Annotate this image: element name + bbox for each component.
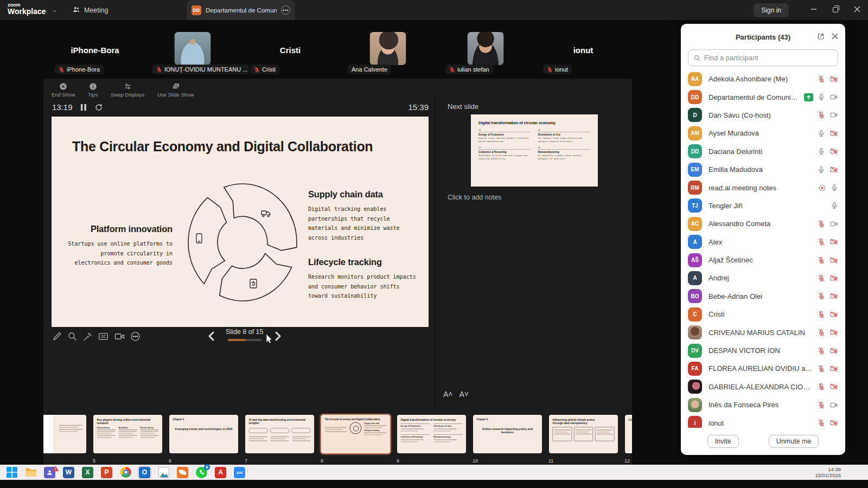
- toolbar-end-show-button[interactable]: End Show: [52, 82, 75, 98]
- mic-off-icon[interactable]: [818, 111, 825, 119]
- close-button[interactable]: [846, 6, 868, 14]
- taskbar-zimbra-icon[interactable]: [175, 466, 190, 479]
- video-tile[interactable]: Ana Calvente: [339, 22, 437, 78]
- cam-off-icon[interactable]: [829, 365, 838, 373]
- cam-on-icon[interactable]: [829, 401, 838, 409]
- mic-off-icon[interactable]: [818, 383, 825, 390]
- participant-search[interactable]: [688, 49, 838, 66]
- more-tools-icon[interactable]: [130, 331, 141, 342]
- cam-on-icon[interactable]: [829, 111, 838, 119]
- popout-icon[interactable]: [817, 33, 825, 40]
- participant-row[interactable]: RMread.ai meeting notes: [681, 178, 845, 196]
- taskbar-outlook-icon[interactable]: O: [137, 466, 152, 479]
- magnifier-tool-icon[interactable]: [67, 331, 78, 342]
- participant-row[interactable]: GABRIELA-ALEXANDRA CIOBANU: [681, 378, 845, 396]
- mic-on-icon[interactable]: [818, 130, 825, 137]
- slide-thumbnail[interactable]: Influencing global climate policy throug…: [549, 415, 618, 453]
- slide-thumbnail[interactable]: Chapter 2Emerging trends and technologie…: [169, 415, 238, 453]
- toolbar-slideshow-button[interactable]: Use Slide Show: [157, 82, 194, 98]
- tab-more-icon[interactable]: •••: [281, 5, 290, 15]
- slide-thumbnail[interactable]: Corporate12: [625, 415, 632, 453]
- video-tile[interactable]: IONUȚ-OVIDIU MUNTEANU ...: [144, 22, 241, 78]
- sign-in-button[interactable]: Sign in: [754, 3, 789, 17]
- mic-on-icon[interactable]: [818, 147, 825, 155]
- taskbar-file-explorer-icon[interactable]: [23, 466, 38, 479]
- taskbar-whatsapp-icon[interactable]: 6: [194, 466, 209, 479]
- mic-off-icon[interactable]: [818, 419, 825, 427]
- mic-on-icon[interactable]: [831, 184, 838, 191]
- slide-thumbnail[interactable]: The Circular Economy and Digital Collabo…: [321, 415, 390, 453]
- laser-pointer-icon[interactable]: [82, 331, 93, 342]
- taskbar-acrobat-icon[interactable]: A: [213, 466, 228, 479]
- video-tile[interactable]: iulian stefan: [437, 22, 534, 78]
- close-panel-icon[interactable]: [832, 33, 838, 40]
- video-tile[interactable]: ionutionut: [534, 22, 632, 78]
- taskbar-chrome-icon[interactable]: [118, 466, 133, 479]
- tab-active-meeting[interactable]: DD Departamentul de Comunicare, R •••: [187, 0, 295, 20]
- mic-off-icon[interactable]: [818, 75, 825, 83]
- mic-off-icon[interactable]: [818, 329, 825, 336]
- taskbar-start-icon[interactable]: [4, 466, 19, 479]
- mic-on-icon[interactable]: [818, 166, 825, 174]
- decrease-font-button[interactable]: A˅: [459, 390, 469, 399]
- cam-on-icon[interactable]: [829, 220, 838, 228]
- participant-row[interactable]: AŠAljaž Ščetinec: [681, 251, 845, 269]
- mic-off-icon[interactable]: [818, 292, 825, 300]
- cam-off-icon[interactable]: [829, 238, 838, 246]
- taskbar-zoom-icon[interactable]: zm: [232, 466, 247, 479]
- tab-meeting[interactable]: Meeting: [72, 0, 108, 20]
- taskbar-teams-icon[interactable]: [42, 466, 57, 479]
- taskbar-photos-icon[interactable]: [156, 466, 171, 479]
- toolbar-swap-button[interactable]: Swap Displays: [111, 82, 144, 98]
- next-slide-button[interactable]: [275, 328, 282, 343]
- video-tile[interactable]: CristiCristi: [241, 22, 339, 78]
- previous-slide-button[interactable]: [207, 328, 215, 343]
- mic-off-icon[interactable]: [818, 311, 825, 318]
- notes-placeholder[interactable]: Click to add notes: [448, 194, 501, 201]
- participant-row[interactable]: ACAlessandro Cometa: [681, 215, 845, 233]
- camera-tool-icon[interactable]: [114, 331, 125, 342]
- mic-off-icon[interactable]: [818, 256, 825, 264]
- participant-row[interactable]: BOBebe-Adrian Olei: [681, 287, 845, 305]
- participant-row[interactable]: AAndrej: [681, 269, 845, 287]
- participant-row[interactable]: CRIVEANU MARIUS CATALIN: [681, 323, 845, 341]
- taskbar-powerpoint-icon[interactable]: P: [99, 466, 114, 479]
- participant-row[interactable]: EMEmilia Madudova: [681, 160, 845, 178]
- cam-off-icon[interactable]: [829, 383, 838, 390]
- cam-off-icon[interactable]: [829, 256, 838, 264]
- invite-button[interactable]: Invite: [707, 435, 739, 448]
- subtitles-icon[interactable]: CC: [98, 331, 109, 342]
- taskbar-excel-icon[interactable]: X: [80, 466, 95, 479]
- participant-row[interactable]: CCristi: [681, 305, 845, 323]
- mic-off-icon[interactable]: [818, 365, 825, 373]
- cam-off-icon[interactable]: [829, 329, 838, 336]
- participant-row[interactable]: AAAdekola Ashonibare (Me): [681, 70, 845, 88]
- slide-thumbnail[interactable]: Key players driving online environmental…: [93, 415, 162, 453]
- video-tile[interactable]: iPhone-BoraiPhone-Bora: [46, 22, 144, 78]
- cam-off-icon[interactable]: [829, 347, 838, 355]
- taskbar-clock[interactable]: 14:39 15/01/2026: [815, 466, 841, 479]
- participant-row[interactable]: DDDaciana Delurinti: [681, 143, 845, 160]
- participant-row[interactable]: FAFLOREA AURELIAN OVIDIU anul I MSL: [681, 359, 845, 377]
- participant-row[interactable]: Iionut: [681, 414, 845, 428]
- cam-off-icon[interactable]: [829, 311, 838, 318]
- next-slide-preview[interactable]: Digital transformation of circular econo…: [471, 114, 598, 187]
- cam-off-icon[interactable]: [829, 147, 838, 155]
- unmute-me-button[interactable]: Unmute me: [769, 435, 819, 448]
- increase-font-button[interactable]: A˄: [443, 390, 453, 399]
- minimize-button[interactable]: [803, 6, 825, 14]
- restart-timer-button[interactable]: [94, 103, 103, 112]
- cam-off-icon[interactable]: [829, 274, 838, 282]
- slide-thumbnail[interactable]: Chapter 3Online research impacting polic…: [473, 415, 542, 453]
- slide-thumbnail[interactable]: AI and big data transforming environment…: [245, 415, 314, 453]
- toolbar-tips-button[interactable]: Tips: [88, 82, 98, 98]
- chevron-down-icon[interactable]: ⌄: [52, 7, 57, 14]
- cam-off-icon[interactable]: [829, 75, 838, 83]
- current-slide[interactable]: The Circular Economy and Digital Collabo…: [52, 117, 429, 327]
- cam-off-icon[interactable]: [829, 419, 838, 427]
- cam-on-icon[interactable]: [829, 93, 838, 101]
- pause-timer-button[interactable]: [80, 104, 87, 111]
- restore-button[interactable]: [825, 6, 846, 14]
- participant-row[interactable]: AMAysel Muradova: [681, 124, 845, 142]
- participant-row[interactable]: AAlex: [681, 233, 845, 251]
